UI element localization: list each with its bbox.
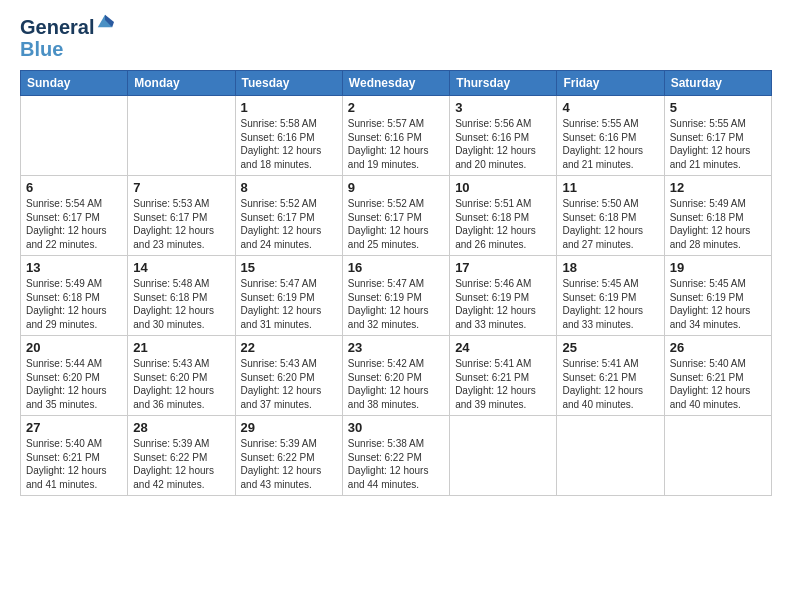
day-number: 7: [133, 180, 229, 195]
day-info: Sunrise: 5:55 AMSunset: 6:16 PMDaylight:…: [562, 117, 658, 171]
day-number: 13: [26, 260, 122, 275]
week-row-1: 1Sunrise: 5:58 AMSunset: 6:16 PMDaylight…: [21, 96, 772, 176]
day-info: Sunrise: 5:49 AMSunset: 6:18 PMDaylight:…: [26, 277, 122, 331]
day-info: Sunrise: 5:55 AMSunset: 6:17 PMDaylight:…: [670, 117, 766, 171]
day-cell: [450, 416, 557, 496]
day-cell: 1Sunrise: 5:58 AMSunset: 6:16 PMDaylight…: [235, 96, 342, 176]
day-number: 1: [241, 100, 337, 115]
day-number: 17: [455, 260, 551, 275]
weekday-thursday: Thursday: [450, 71, 557, 96]
day-info: Sunrise: 5:44 AMSunset: 6:20 PMDaylight:…: [26, 357, 122, 411]
day-cell: 5Sunrise: 5:55 AMSunset: 6:17 PMDaylight…: [664, 96, 771, 176]
day-info: Sunrise: 5:47 AMSunset: 6:19 PMDaylight:…: [241, 277, 337, 331]
day-info: Sunrise: 5:40 AMSunset: 6:21 PMDaylight:…: [670, 357, 766, 411]
day-number: 25: [562, 340, 658, 355]
day-cell: [557, 416, 664, 496]
day-cell: 12Sunrise: 5:49 AMSunset: 6:18 PMDayligh…: [664, 176, 771, 256]
day-cell: 13Sunrise: 5:49 AMSunset: 6:18 PMDayligh…: [21, 256, 128, 336]
day-cell: 16Sunrise: 5:47 AMSunset: 6:19 PMDayligh…: [342, 256, 449, 336]
day-info: Sunrise: 5:41 AMSunset: 6:21 PMDaylight:…: [562, 357, 658, 411]
day-cell: 15Sunrise: 5:47 AMSunset: 6:19 PMDayligh…: [235, 256, 342, 336]
day-info: Sunrise: 5:43 AMSunset: 6:20 PMDaylight:…: [241, 357, 337, 411]
day-info: Sunrise: 5:57 AMSunset: 6:16 PMDaylight:…: [348, 117, 444, 171]
day-info: Sunrise: 5:42 AMSunset: 6:20 PMDaylight:…: [348, 357, 444, 411]
day-number: 22: [241, 340, 337, 355]
day-cell: 7Sunrise: 5:53 AMSunset: 6:17 PMDaylight…: [128, 176, 235, 256]
day-cell: 3Sunrise: 5:56 AMSunset: 6:16 PMDaylight…: [450, 96, 557, 176]
day-info: Sunrise: 5:56 AMSunset: 6:16 PMDaylight:…: [455, 117, 551, 171]
day-cell: 24Sunrise: 5:41 AMSunset: 6:21 PMDayligh…: [450, 336, 557, 416]
day-number: 24: [455, 340, 551, 355]
logo-icon: [96, 12, 114, 30]
day-info: Sunrise: 5:52 AMSunset: 6:17 PMDaylight:…: [241, 197, 337, 251]
day-number: 5: [670, 100, 766, 115]
day-cell: 26Sunrise: 5:40 AMSunset: 6:21 PMDayligh…: [664, 336, 771, 416]
day-info: Sunrise: 5:58 AMSunset: 6:16 PMDaylight:…: [241, 117, 337, 171]
day-cell: 19Sunrise: 5:45 AMSunset: 6:19 PMDayligh…: [664, 256, 771, 336]
day-info: Sunrise: 5:50 AMSunset: 6:18 PMDaylight:…: [562, 197, 658, 251]
day-cell: 17Sunrise: 5:46 AMSunset: 6:19 PMDayligh…: [450, 256, 557, 336]
day-cell: [664, 416, 771, 496]
weekday-sunday: Sunday: [21, 71, 128, 96]
day-info: Sunrise: 5:40 AMSunset: 6:21 PMDaylight:…: [26, 437, 122, 491]
day-info: Sunrise: 5:46 AMSunset: 6:19 PMDaylight:…: [455, 277, 551, 331]
weekday-tuesday: Tuesday: [235, 71, 342, 96]
day-number: 30: [348, 420, 444, 435]
day-info: Sunrise: 5:45 AMSunset: 6:19 PMDaylight:…: [562, 277, 658, 331]
day-number: 20: [26, 340, 122, 355]
weekday-friday: Friday: [557, 71, 664, 96]
page: General Blue SundayMondayTuesdayWednesda…: [0, 0, 792, 612]
day-number: 10: [455, 180, 551, 195]
day-info: Sunrise: 5:43 AMSunset: 6:20 PMDaylight:…: [133, 357, 229, 411]
day-number: 28: [133, 420, 229, 435]
day-cell: 29Sunrise: 5:39 AMSunset: 6:22 PMDayligh…: [235, 416, 342, 496]
day-info: Sunrise: 5:45 AMSunset: 6:19 PMDaylight:…: [670, 277, 766, 331]
day-info: Sunrise: 5:39 AMSunset: 6:22 PMDaylight:…: [133, 437, 229, 491]
day-cell: 25Sunrise: 5:41 AMSunset: 6:21 PMDayligh…: [557, 336, 664, 416]
day-number: 15: [241, 260, 337, 275]
day-info: Sunrise: 5:38 AMSunset: 6:22 PMDaylight:…: [348, 437, 444, 491]
day-info: Sunrise: 5:51 AMSunset: 6:18 PMDaylight:…: [455, 197, 551, 251]
day-number: 14: [133, 260, 229, 275]
day-number: 29: [241, 420, 337, 435]
day-info: Sunrise: 5:41 AMSunset: 6:21 PMDaylight:…: [455, 357, 551, 411]
weekday-saturday: Saturday: [664, 71, 771, 96]
day-cell: 14Sunrise: 5:48 AMSunset: 6:18 PMDayligh…: [128, 256, 235, 336]
day-info: Sunrise: 5:52 AMSunset: 6:17 PMDaylight:…: [348, 197, 444, 251]
logo: General Blue: [20, 16, 114, 60]
day-cell: 11Sunrise: 5:50 AMSunset: 6:18 PMDayligh…: [557, 176, 664, 256]
calendar-table: SundayMondayTuesdayWednesdayThursdayFrid…: [20, 70, 772, 496]
weekday-monday: Monday: [128, 71, 235, 96]
day-number: 18: [562, 260, 658, 275]
day-cell: [21, 96, 128, 176]
day-number: 27: [26, 420, 122, 435]
day-info: Sunrise: 5:47 AMSunset: 6:19 PMDaylight:…: [348, 277, 444, 331]
week-row-2: 6Sunrise: 5:54 AMSunset: 6:17 PMDaylight…: [21, 176, 772, 256]
day-cell: 30Sunrise: 5:38 AMSunset: 6:22 PMDayligh…: [342, 416, 449, 496]
day-cell: 21Sunrise: 5:43 AMSunset: 6:20 PMDayligh…: [128, 336, 235, 416]
day-number: 8: [241, 180, 337, 195]
day-number: 11: [562, 180, 658, 195]
day-cell: 28Sunrise: 5:39 AMSunset: 6:22 PMDayligh…: [128, 416, 235, 496]
week-row-3: 13Sunrise: 5:49 AMSunset: 6:18 PMDayligh…: [21, 256, 772, 336]
day-number: 2: [348, 100, 444, 115]
logo-blue: Blue: [20, 38, 63, 60]
day-cell: 20Sunrise: 5:44 AMSunset: 6:20 PMDayligh…: [21, 336, 128, 416]
day-info: Sunrise: 5:48 AMSunset: 6:18 PMDaylight:…: [133, 277, 229, 331]
day-cell: 23Sunrise: 5:42 AMSunset: 6:20 PMDayligh…: [342, 336, 449, 416]
day-cell: 18Sunrise: 5:45 AMSunset: 6:19 PMDayligh…: [557, 256, 664, 336]
weekday-header-row: SundayMondayTuesdayWednesdayThursdayFrid…: [21, 71, 772, 96]
day-cell: 22Sunrise: 5:43 AMSunset: 6:20 PMDayligh…: [235, 336, 342, 416]
day-info: Sunrise: 5:54 AMSunset: 6:17 PMDaylight:…: [26, 197, 122, 251]
day-number: 23: [348, 340, 444, 355]
day-number: 4: [562, 100, 658, 115]
day-number: 19: [670, 260, 766, 275]
day-cell: 2Sunrise: 5:57 AMSunset: 6:16 PMDaylight…: [342, 96, 449, 176]
day-number: 6: [26, 180, 122, 195]
day-cell: [128, 96, 235, 176]
day-number: 26: [670, 340, 766, 355]
day-cell: 10Sunrise: 5:51 AMSunset: 6:18 PMDayligh…: [450, 176, 557, 256]
day-cell: 27Sunrise: 5:40 AMSunset: 6:21 PMDayligh…: [21, 416, 128, 496]
day-number: 9: [348, 180, 444, 195]
day-number: 16: [348, 260, 444, 275]
